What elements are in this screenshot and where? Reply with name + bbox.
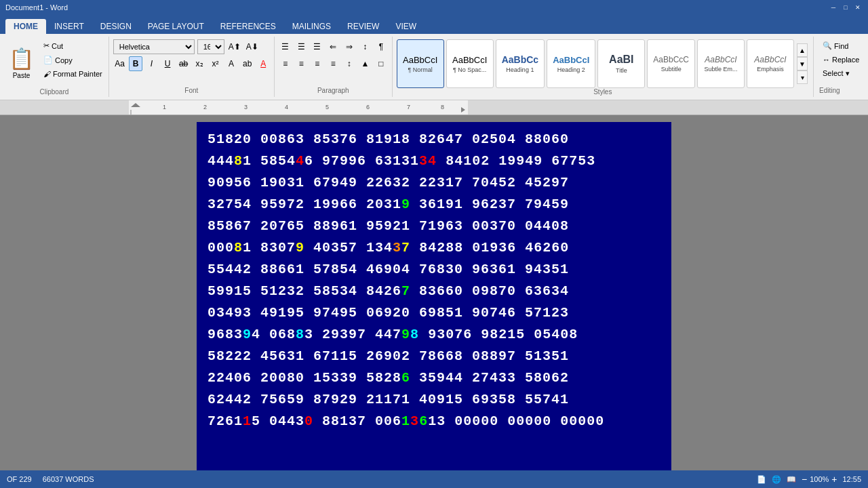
style-subtitle[interactable]: AaBbCcC Subtitle (647, 39, 695, 88)
tab-review[interactable]: REVIEW (339, 19, 387, 34)
font-size-select[interactable]: 16.5 (197, 39, 224, 54)
select-button[interactable]: Select ▾ (819, 67, 853, 80)
style-subtle-emphasis[interactable]: AaBbCcI Subtle Em... (697, 39, 745, 88)
svg-text:8: 8 (441, 104, 444, 110)
page-status: OF 229 (7, 475, 32, 483)
document-area: 51820 00863 85376 81918 82647 02504 8806… (0, 115, 868, 470)
bullets-button[interactable]: ☰ (279, 39, 292, 54)
maximize-button[interactable]: □ (841, 3, 850, 12)
style-heading1-label: Heading 1 (506, 66, 534, 73)
colored-char: 9 (401, 197, 410, 212)
minimize-button[interactable]: ─ (829, 3, 838, 12)
colored-char: 7 (401, 283, 410, 299)
style-title[interactable]: AaBI Title (597, 39, 645, 88)
tab-page-layout[interactable]: PAGE LAYOUT (140, 19, 212, 34)
tab-view[interactable]: VIEW (387, 19, 425, 34)
align-left-button[interactable]: ≡ (279, 56, 292, 71)
window-controls: ─ □ ✕ (829, 3, 863, 12)
view-web-icon[interactable]: 🌐 (772, 475, 781, 484)
clear-format-button[interactable]: Aa (113, 56, 127, 71)
svg-text:7: 7 (407, 104, 410, 110)
ruler: 1 2 3 4 5 6 7 8 (0, 100, 868, 115)
style-heading1-preview: AaBbCc (502, 54, 538, 65)
style-normal-label: ¶ Normal (408, 66, 432, 73)
clock: 12:55 (842, 475, 861, 483)
multilevel-button[interactable]: ☰ (311, 39, 324, 54)
colored-char: 3 (393, 240, 401, 256)
justify-button[interactable]: ≡ (327, 56, 340, 71)
styles-scroll-down[interactable]: ▼ (797, 57, 808, 70)
style-normal-preview: AaBbCcI (403, 55, 437, 65)
shrink-font-button[interactable]: A⬇ (245, 39, 260, 54)
doc-line-13: 62442 75659 87929 21171 40915 69358 5574… (208, 389, 660, 411)
tab-home[interactable]: HOME (5, 19, 46, 34)
align-right-button[interactable]: ≡ (311, 56, 324, 71)
colored-char: 8 (296, 327, 304, 342)
svg-text:1: 1 (163, 104, 166, 110)
doc-line-11: 58222 45631 67115 26902 78668 08897 5135… (208, 346, 660, 367)
tab-design[interactable]: DESIGN (92, 19, 140, 34)
view-read-icon[interactable]: 📖 (787, 475, 796, 484)
tab-mailings[interactable]: MAILINGS (284, 19, 339, 34)
tab-references[interactable]: REFERENCES (212, 19, 284, 34)
bold-button[interactable]: B (129, 56, 142, 71)
shading-button[interactable]: ▲ (359, 56, 372, 71)
style-heading1[interactable]: AaBbCc Heading 1 (496, 39, 545, 88)
colored-char: 8 (234, 153, 243, 169)
text-effects-button[interactable]: A (224, 56, 238, 71)
style-no-spacing[interactable]: AaBbCcI ¶ No Spac... (446, 39, 494, 88)
zoom-in-button[interactable]: + (831, 474, 837, 485)
para-row-1: ☰ ☰ ☰ ⇐ ⇒ ↕ ¶ (279, 39, 388, 54)
page-container[interactable]: 51820 00863 85376 81918 82647 02504 8806… (0, 115, 868, 470)
colored-char: 3 (419, 153, 428, 169)
font-name-select[interactable]: Helvetica (113, 39, 195, 54)
replace-icon: ↔ (823, 56, 830, 64)
zoom-level: 100% (810, 475, 829, 483)
doc-line-4: 32754 95972 19966 20319 36191 96237 7945… (208, 194, 660, 216)
styles-expand[interactable]: ▾ (797, 70, 808, 84)
style-no-spacing-label: ¶ No Spac... (453, 66, 486, 73)
editing-group: 🔍 Find ↔ Replace Select ▾ Editing (814, 37, 868, 97)
font-color-button[interactable]: A (256, 56, 270, 71)
borders-button[interactable]: □ (374, 56, 388, 71)
style-heading2[interactable]: AaBbCcI Heading 2 (547, 39, 595, 88)
sort-button[interactable]: ↕ (359, 39, 372, 54)
style-heading2-label: Heading 2 (557, 66, 585, 73)
find-button[interactable]: 🔍 Find (819, 39, 852, 52)
colored-char: 4 (428, 153, 437, 169)
format-painter-button[interactable]: 🖌 Format Painter (40, 68, 106, 80)
close-button[interactable]: ✕ (853, 3, 863, 12)
doc-line-14: 726115 04430 88137 00613613 00000 00000 … (208, 411, 660, 432)
strikethrough-button[interactable]: ab (177, 56, 191, 71)
decrease-indent-button[interactable]: ⇐ (327, 39, 340, 54)
italic-button[interactable]: I (145, 56, 159, 71)
increase-indent-button[interactable]: ⇒ (342, 39, 356, 54)
subscript-button[interactable]: x₂ (193, 56, 206, 71)
line-spacing-button[interactable]: ↕ (342, 56, 356, 71)
numbering-button[interactable]: ☰ (294, 39, 308, 54)
styles-group: AaBbCcI ¶ Normal AaBbCcI ¶ No Spac... Aa… (393, 37, 814, 97)
cut-button[interactable]: ✂ Cut (40, 39, 106, 52)
style-normal[interactable]: AaBbCcI ¶ Normal (397, 39, 444, 88)
underline-button[interactable]: U (161, 56, 174, 71)
document-page: 51820 00863 85376 81918 82647 02504 8806… (197, 122, 671, 470)
paste-button[interactable]: 📋 Paste (3, 38, 40, 88)
svg-text:5: 5 (326, 104, 329, 110)
grow-font-button[interactable]: A⬆ (227, 39, 242, 54)
show-marks-button[interactable]: ¶ (374, 39, 388, 54)
style-emphasis[interactable]: AaBbCcI Emphasis (747, 39, 794, 88)
copy-button[interactable]: 📄 Copy (40, 54, 106, 66)
replace-button[interactable]: ↔ Replace (819, 54, 863, 66)
align-center-button[interactable]: ≡ (294, 56, 308, 71)
doc-line-5: 85867 20765 88961 95921 71963 00370 0440… (208, 216, 660, 237)
styles-scroll-up[interactable]: ▲ (797, 43, 808, 57)
tab-insert[interactable]: INSERT (46, 19, 92, 34)
zoom-out-button[interactable]: − (802, 474, 807, 485)
style-heading2-preview: AaBbCcI (553, 55, 589, 65)
highlight-button[interactable]: ab (241, 56, 254, 71)
view-print-icon[interactable]: 📄 (757, 475, 766, 484)
clipboard-group: 📋 Paste ✂ Cut 📄 Copy 🖌 Format Painter (0, 37, 109, 97)
ruler-svg: 1 2 3 4 5 6 7 8 (0, 100, 868, 115)
styles-group-label: Styles (397, 88, 809, 96)
superscript-button[interactable]: x² (209, 56, 222, 71)
